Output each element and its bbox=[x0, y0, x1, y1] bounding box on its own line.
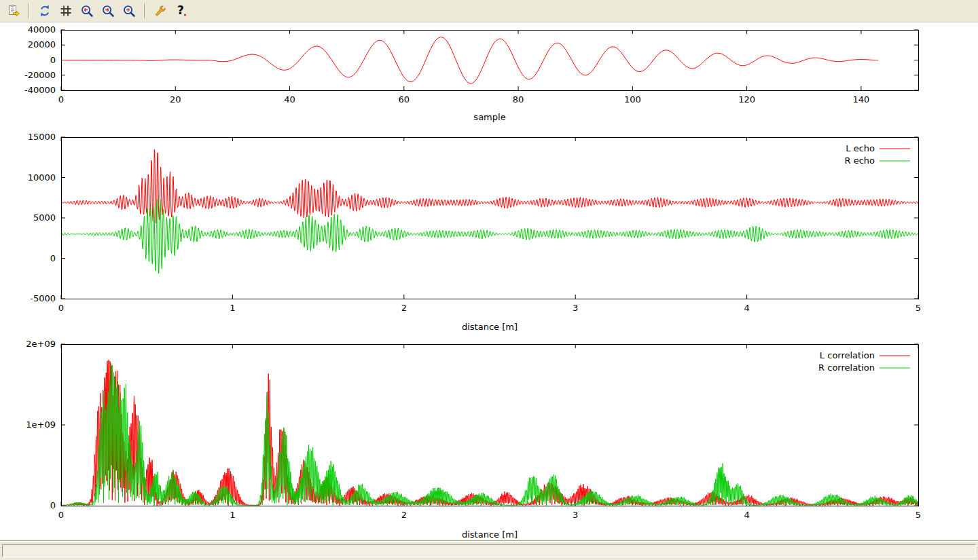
plot-border bbox=[62, 31, 919, 91]
x-tick-label: 0 bbox=[58, 510, 64, 520]
l-echo-line bbox=[61, 149, 918, 223]
y-tick-label: 2e+09 bbox=[26, 339, 56, 349]
y-tick-label: 0 bbox=[50, 55, 56, 65]
refresh-icon bbox=[38, 4, 52, 18]
grid-icon bbox=[59, 4, 73, 18]
y-tick-label: 20000 bbox=[28, 39, 56, 50]
x-tick-label: 4 bbox=[744, 303, 749, 313]
x-tick-label: 3 bbox=[573, 510, 578, 520]
y-tick-label: 15000 bbox=[28, 132, 56, 142]
plot-border bbox=[62, 138, 919, 299]
chirp-pulse-line bbox=[61, 37, 878, 83]
replot-button[interactable] bbox=[36, 2, 54, 20]
clipboard-icon bbox=[7, 4, 20, 18]
x-tick-label: 120 bbox=[738, 94, 755, 105]
help-button[interactable]: ? bbox=[173, 2, 190, 20]
echo-chart[interactable]: 012345-5000050001000015000distance [m]L … bbox=[0, 126, 978, 336]
x-tick-label: 0 bbox=[58, 303, 64, 313]
r-echo-line bbox=[61, 199, 918, 274]
wrench-icon bbox=[153, 4, 167, 18]
x-tick-label: 80 bbox=[513, 94, 524, 105]
x-axis-label: sample bbox=[473, 112, 505, 122]
x-axis-label: distance [m] bbox=[462, 322, 518, 332]
x-tick-label: 3 bbox=[573, 303, 578, 313]
y-tick-label: 1e+09 bbox=[26, 419, 56, 430]
x-tick-label: 2 bbox=[401, 303, 407, 313]
toolbar: ? bbox=[0, 0, 978, 22]
autoscale-button[interactable] bbox=[120, 2, 138, 20]
copy-to-clipboard-button[interactable] bbox=[5, 2, 22, 20]
x-tick-label: 5 bbox=[916, 510, 921, 520]
x-tick-label: 5 bbox=[916, 303, 921, 313]
help-icon: ? bbox=[175, 4, 188, 18]
y-tick-label: 5000 bbox=[33, 212, 56, 223]
toolbar-separator bbox=[29, 3, 30, 18]
x-tick-label: 40 bbox=[284, 94, 295, 105]
y-tick-label: -5000 bbox=[30, 293, 56, 303]
zoom-previous-button[interactable] bbox=[78, 2, 96, 20]
gnuplot-window: { "window": { "background": "#ffffff", "… bbox=[0, 0, 978, 560]
status-message bbox=[2, 544, 976, 557]
x-tick-label: 1 bbox=[230, 510, 235, 520]
y-tick-label: -20000 bbox=[24, 70, 56, 80]
legend-label: R echo bbox=[844, 155, 875, 166]
zoom-previous-icon bbox=[80, 4, 94, 18]
autoscale-icon bbox=[122, 4, 136, 18]
zoom-next-icon bbox=[101, 4, 115, 18]
x-axis-label: distance [m] bbox=[462, 529, 518, 540]
plot-border bbox=[62, 345, 919, 506]
x-tick-label: 2 bbox=[401, 510, 407, 520]
x-tick-label: 1 bbox=[230, 303, 235, 313]
legend-label: L correlation bbox=[820, 350, 875, 360]
y-tick-label: -40000 bbox=[24, 85, 56, 95]
x-tick-label: 100 bbox=[624, 94, 641, 105]
toggle-grid-button[interactable] bbox=[57, 2, 75, 20]
legend-label: L echo bbox=[846, 143, 875, 153]
x-tick-label: 0 bbox=[58, 94, 64, 105]
x-tick-label: 20 bbox=[170, 94, 181, 105]
correlation-chart[interactable]: 01234501e+092e+09distance [m]L correlati… bbox=[0, 336, 978, 541]
r-correlation-line bbox=[61, 363, 918, 506]
y-tick-label: 40000 bbox=[28, 24, 56, 35]
zoom-next-button[interactable] bbox=[99, 2, 117, 20]
status-bar bbox=[0, 541, 978, 560]
configure-button[interactable] bbox=[151, 2, 169, 20]
toolbar-separator bbox=[144, 3, 145, 18]
y-tick-label: 10000 bbox=[28, 172, 56, 183]
chirp-pulse-chart[interactable]: 020406080100120140-40000-200000200004000… bbox=[0, 22, 978, 126]
x-tick-label: 60 bbox=[399, 94, 410, 105]
svg-text:?: ? bbox=[177, 4, 184, 17]
legend-label: R correlation bbox=[818, 362, 875, 373]
x-tick-label: 4 bbox=[744, 510, 749, 520]
y-tick-label: 0 bbox=[50, 253, 56, 263]
plot-canvas[interactable]: 020406080100120140-40000-200000200004000… bbox=[0, 22, 978, 541]
y-tick-label: 0 bbox=[50, 500, 56, 510]
x-tick-label: 140 bbox=[852, 94, 869, 105]
l-correlation-line bbox=[61, 360, 918, 506]
